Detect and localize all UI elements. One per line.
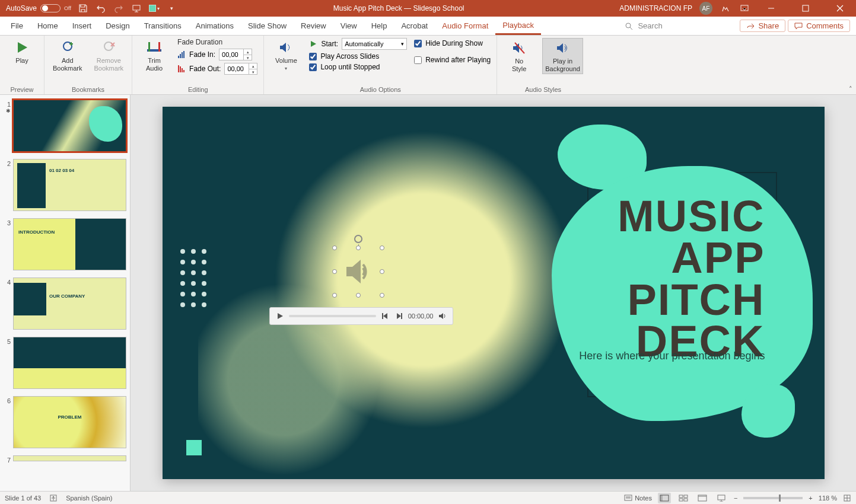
- play-icon: [14, 39, 30, 56]
- fade-in-field[interactable]: ▴▾: [219, 49, 252, 60]
- audio-play-button[interactable]: [275, 311, 285, 321]
- language-status[interactable]: Spanish (Spain): [66, 495, 112, 502]
- normal-view-button[interactable]: [658, 493, 671, 503]
- maximize-button[interactable]: [792, 0, 819, 17]
- fade-out-label: Fade Out:: [189, 65, 221, 73]
- play-across-checkbox[interactable]: Play Across Slides: [309, 52, 407, 60]
- slide-thumb-5[interactable]: [13, 337, 126, 389]
- resize-handle[interactable]: [380, 245, 384, 250]
- audio-skip-fwd-button[interactable]: [394, 311, 405, 321]
- tab-help[interactable]: Help: [364, 17, 394, 35]
- audio-play-bar: 00:00,00: [269, 307, 453, 325]
- tab-home[interactable]: Home: [30, 17, 65, 35]
- resize-handle[interactable]: [332, 245, 337, 250]
- slide-thumb-6[interactable]: PROBLEM: [13, 396, 126, 448]
- audio-skip-back-button[interactable]: [380, 311, 390, 321]
- step-up-icon[interactable]: ▴: [243, 49, 252, 55]
- svg-rect-28: [660, 495, 663, 501]
- tab-slideshow[interactable]: Slide Show: [241, 17, 294, 35]
- svg-rect-15: [180, 66, 181, 72]
- audio-object[interactable]: [335, 248, 382, 295]
- play-button[interactable]: Play: [6, 38, 38, 66]
- tab-animations[interactable]: Animations: [189, 17, 241, 35]
- tab-acrobat[interactable]: Acrobat: [394, 17, 435, 35]
- svg-rect-8: [148, 42, 150, 52]
- zoom-out-button[interactable]: −: [734, 495, 737, 502]
- present-from-start-icon[interactable]: [131, 2, 142, 14]
- slide-thumb-2[interactable]: 01 02 03 04: [13, 159, 126, 211]
- shape-fill-swatch[interactable]: ▾: [148, 2, 160, 14]
- zoom-in-button[interactable]: +: [809, 495, 812, 502]
- slide-canvas-area[interactable]: MUSIC APP PITCH DECK Here is where your …: [131, 95, 856, 491]
- loop-checkbox[interactable]: Loop until Stopped: [309, 63, 407, 71]
- collapse-ribbon-icon[interactable]: ˄: [849, 85, 852, 93]
- slide-thumb-4[interactable]: OUR COMPANY: [13, 277, 126, 330]
- fade-out-field[interactable]: ▴▾: [224, 63, 257, 75]
- rotate-handle-icon[interactable]: [354, 235, 362, 243]
- hide-during-show-checkbox[interactable]: Hide During Show: [414, 39, 491, 47]
- step-down-icon[interactable]: ▾: [243, 55, 252, 60]
- share-button[interactable]: Share: [740, 20, 785, 32]
- resize-handle[interactable]: [380, 293, 384, 298]
- tab-playback[interactable]: Playback: [495, 17, 541, 35]
- tab-review[interactable]: Review: [294, 17, 333, 35]
- trim-audio-button[interactable]: Trim Audio: [138, 38, 170, 73]
- thumb-number: 5: [2, 337, 11, 389]
- audio-volume-button[interactable]: [437, 311, 448, 321]
- fit-to-window-button[interactable]: [843, 494, 851, 502]
- tab-design[interactable]: Design: [98, 17, 136, 35]
- audio-track[interactable]: [289, 315, 376, 317]
- slide-counter[interactable]: Slide 1 of 43: [5, 495, 41, 502]
- slideshow-view-button[interactable]: [715, 493, 728, 503]
- start-select[interactable]: Automatically▾: [342, 38, 407, 50]
- group-editing: Trim Audio Fade Duration Fade In: ▴▾ Fad…: [132, 36, 264, 94]
- tab-file[interactable]: File: [4, 17, 30, 35]
- step-up-icon[interactable]: ▴: [249, 63, 257, 69]
- resize-handle[interactable]: [332, 269, 337, 274]
- tab-transitions[interactable]: Transitions: [137, 17, 189, 35]
- avatar[interactable]: AF: [699, 2, 712, 15]
- svg-rect-13: [183, 51, 184, 58]
- resize-handle[interactable]: [380, 269, 384, 274]
- ribbon-display-icon[interactable]: [739, 2, 750, 14]
- resize-handle[interactable]: [356, 245, 361, 250]
- undo-icon[interactable]: [95, 2, 107, 14]
- start-icon: [309, 40, 317, 48]
- sorter-view-button[interactable]: [677, 493, 690, 503]
- fade-in-label: Fade In:: [189, 50, 215, 59]
- search-input[interactable]: Search: [619, 21, 737, 30]
- step-down-icon[interactable]: ▾: [249, 69, 257, 74]
- volume-button[interactable]: Volume ▾: [270, 38, 302, 72]
- add-bookmark-button[interactable]: Add Bookmark: [50, 38, 85, 73]
- svg-marker-20: [383, 313, 387, 319]
- save-icon[interactable]: [77, 2, 89, 14]
- slide-thumbnail-panel[interactable]: 1✱ 201 02 03 04 3INTRODUCTION 4OUR COMPA…: [0, 95, 131, 491]
- close-button[interactable]: [826, 0, 854, 17]
- thumb-number: 4: [2, 277, 11, 330]
- zoom-level[interactable]: 118 %: [819, 495, 837, 502]
- slide-thumb-3[interactable]: INTRODUCTION: [13, 218, 126, 270]
- comments-button[interactable]: Comments: [788, 20, 850, 32]
- tab-audio-format[interactable]: Audio Format: [435, 17, 495, 35]
- tab-insert[interactable]: Insert: [65, 17, 99, 35]
- accessibility-icon[interactable]: [49, 494, 58, 502]
- tab-view[interactable]: View: [333, 17, 364, 35]
- no-style-button[interactable]: No Style: [503, 38, 535, 74]
- autosave-toggle[interactable]: AutoSave Off: [6, 4, 71, 12]
- chevron-down-icon: ▾: [285, 66, 287, 71]
- slide-thumb-7[interactable]: [13, 455, 126, 461]
- reading-view-button[interactable]: [696, 493, 709, 503]
- notes-button[interactable]: Notes: [624, 495, 652, 502]
- zoom-slider[interactable]: [743, 497, 803, 499]
- rewind-checkbox[interactable]: Rewind after Playing: [414, 56, 491, 64]
- redo-icon[interactable]: [113, 2, 125, 14]
- play-in-background-button[interactable]: Play in Background: [542, 38, 583, 74]
- coming-soon-icon[interactable]: [720, 2, 731, 14]
- audio-time: 00:00,00: [408, 312, 434, 320]
- resize-handle[interactable]: [356, 293, 361, 298]
- resize-handle[interactable]: [332, 293, 337, 298]
- svg-marker-18: [311, 41, 316, 47]
- qat-customize-icon[interactable]: ▾: [166, 2, 178, 14]
- minimize-button[interactable]: [758, 0, 785, 17]
- slide-thumb-1[interactable]: [13, 100, 126, 152]
